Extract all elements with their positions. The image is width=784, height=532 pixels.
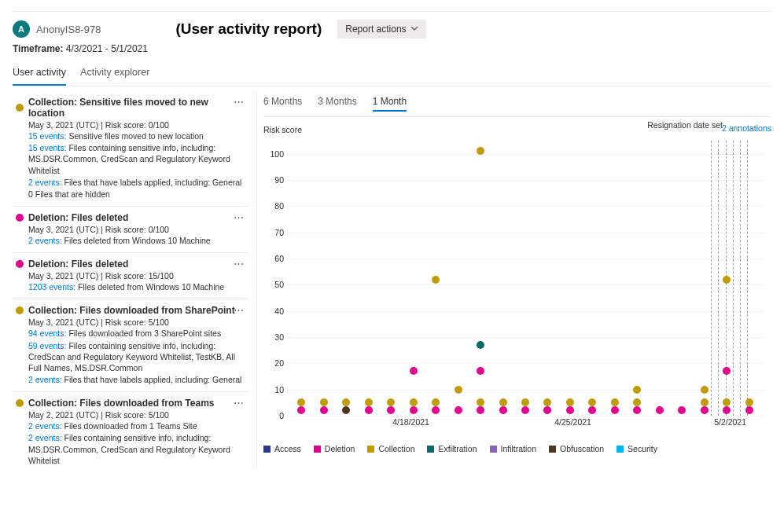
event-count-link[interactable]: 2 events: [28, 421, 64, 431]
data-point-deletion[interactable] [723, 367, 731, 375]
activity-item[interactable]: Collection: Files downloaded from TeamsM… [13, 392, 248, 468]
data-point-collection[interactable] [432, 276, 440, 284]
data-point-collection[interactable] [611, 398, 619, 406]
range-tabs: 6 Months3 Months1 Month [263, 91, 771, 117]
event-count-link[interactable]: 2 events: [28, 178, 64, 187]
more-actions-icon[interactable]: ⋯ [234, 211, 244, 223]
data-point-deletion[interactable] [320, 406, 328, 414]
data-point-deletion[interactable] [745, 406, 753, 414]
data-point-collection[interactable] [297, 398, 305, 406]
activity-item[interactable]: Deletion: Files deletedMay 3, 2021 (UTC)… [13, 253, 248, 299]
data-point-deletion[interactable] [432, 406, 440, 414]
data-point-collection[interactable] [320, 398, 328, 406]
data-point-deletion[interactable] [656, 406, 664, 414]
data-point-deletion[interactable] [477, 406, 484, 414]
report-actions-button[interactable]: Report actions [337, 20, 425, 39]
data-point-collection[interactable] [477, 147, 484, 155]
more-actions-icon[interactable]: ⋯ [234, 258, 244, 270]
data-point-deletion[interactable] [723, 406, 731, 414]
data-point-deletion[interactable] [297, 406, 305, 414]
data-point-collection[interactable] [432, 398, 440, 406]
y-tick-label: 90 [274, 175, 284, 185]
event-count-link[interactable]: 2 events: [28, 375, 64, 384]
data-point-collection[interactable] [543, 398, 551, 406]
data-point-deletion[interactable] [521, 406, 529, 414]
legend-label: Obfuscation [560, 444, 604, 453]
activity-detail-line: 2 events: Files that have labels applied… [28, 374, 245, 385]
legend-swatch [367, 446, 374, 453]
chevron-down-icon [410, 24, 418, 35]
data-point-deletion[interactable] [455, 406, 462, 414]
data-point-collection[interactable] [588, 398, 596, 406]
data-point-collection[interactable] [633, 386, 641, 394]
legend-label: Access [274, 444, 301, 453]
data-point-collection[interactable] [455, 386, 462, 394]
data-point-collection[interactable] [499, 398, 507, 406]
event-count-link[interactable]: 1203 events: [28, 282, 78, 292]
range-tab-1-month[interactable]: 1 Month [373, 96, 407, 112]
legend-item-exfiltration[interactable]: Exfiltration [427, 444, 477, 453]
data-point-deletion[interactable] [611, 406, 619, 414]
event-count-link[interactable]: 2 events: [28, 468, 64, 468]
data-point-exfiltration[interactable] [477, 341, 484, 349]
data-point-collection[interactable] [342, 398, 350, 406]
tab-activity-explorer[interactable]: Activity explorer [80, 62, 149, 86]
event-count-link[interactable]: 15 events: [28, 143, 68, 152]
legend-item-security[interactable]: Security [617, 444, 657, 453]
activity-item[interactable]: Collection: Sensitive files moved to new… [13, 91, 248, 207]
legend-label: Deletion [325, 444, 355, 453]
data-point-deletion[interactable] [633, 406, 641, 414]
more-actions-icon[interactable]: ⋯ [234, 397, 244, 409]
tab-user-activity[interactable]: User activity [13, 62, 66, 86]
data-point-deletion[interactable] [566, 406, 574, 414]
data-point-collection[interactable] [633, 398, 641, 406]
data-point-collection[interactable] [723, 398, 731, 406]
event-count-link[interactable]: 15 events: [28, 131, 68, 141]
x-tick-label: 5/2/2021 [714, 417, 746, 427]
legend-item-collection[interactable]: Collection [367, 444, 414, 453]
legend-item-access[interactable]: Access [263, 444, 301, 453]
data-point-deletion[interactable] [543, 406, 551, 414]
activity-item[interactable]: Collection: Files downloaded from ShareP… [13, 299, 248, 392]
data-point-deletion[interactable] [365, 406, 373, 414]
activity-meta: May 3, 2021 (UTC) | Risk score: 15/100 [28, 271, 245, 281]
data-point-collection[interactable] [521, 398, 529, 406]
event-count-link[interactable]: 2 events: [28, 236, 64, 245]
annotations-link[interactable]: 2 annotations [722, 123, 771, 133]
activity-detail-line: 2 events: Files containing sensitive inf… [28, 432, 245, 466]
legend-item-infiltration[interactable]: Infiltration [490, 444, 537, 453]
data-point-collection[interactable] [723, 276, 731, 284]
range-tab-6-months[interactable]: 6 Months [263, 96, 302, 112]
activity-detail-line: 59 events: Files containing sensitive in… [28, 340, 245, 374]
legend-item-obfuscation[interactable]: Obfuscation [549, 444, 604, 453]
data-point-deletion[interactable] [499, 406, 507, 414]
activity-detail-line: 2 events: Files that have labels applied… [28, 467, 245, 468]
more-actions-icon[interactable]: ⋯ [234, 96, 244, 108]
event-count-link[interactable]: 94 events: [28, 328, 68, 338]
data-point-collection[interactable] [701, 386, 709, 394]
data-point-obfuscation[interactable] [342, 406, 350, 414]
data-point-deletion[interactable] [387, 406, 395, 414]
data-point-collection[interactable] [387, 398, 395, 406]
data-point-deletion[interactable] [701, 406, 709, 414]
data-point-deletion[interactable] [410, 367, 418, 375]
data-point-collection[interactable] [477, 398, 484, 406]
data-point-collection[interactable] [410, 398, 418, 406]
range-tab-3-months[interactable]: 3 Months [318, 96, 356, 112]
data-point-deletion[interactable] [410, 406, 418, 414]
activity-item[interactable]: Deletion: Files deletedMay 3, 2021 (UTC)… [13, 207, 248, 253]
activity-detail-line: 2 events: Files deleted from Windows 10 … [28, 235, 245, 246]
data-point-deletion[interactable] [477, 367, 484, 375]
event-count-link[interactable]: 59 events: [28, 341, 68, 350]
annotation-vline [711, 141, 712, 416]
data-point-deletion[interactable] [588, 406, 596, 414]
data-point-collection[interactable] [365, 398, 373, 406]
more-actions-icon[interactable]: ⋯ [234, 304, 244, 316]
data-point-deletion[interactable] [678, 406, 686, 414]
activity-meta: May 2, 2021 (UTC) | Risk score: 5/100 [28, 410, 245, 420]
data-point-collection[interactable] [566, 398, 574, 406]
data-point-collection[interactable] [701, 398, 709, 406]
data-point-collection[interactable] [745, 398, 753, 406]
event-count-link[interactable]: 2 events: [28, 433, 64, 442]
legend-item-deletion[interactable]: Deletion [314, 444, 355, 453]
